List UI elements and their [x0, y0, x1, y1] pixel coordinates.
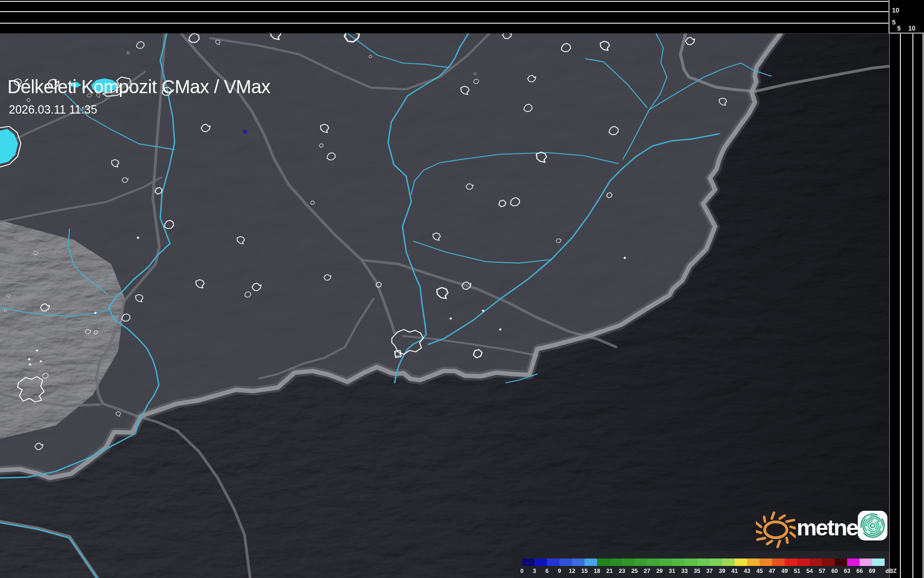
- sun-ray: [772, 513, 774, 519]
- height-gridline-5km: [0, 23, 889, 24]
- dbz-tick-60: 60: [831, 568, 838, 574]
- sun-ray: [786, 538, 787, 543]
- spiral-ring: [867, 520, 878, 531]
- sun-ray: [756, 522, 761, 527]
- dbz-tick-54: 54: [806, 568, 813, 574]
- dbz-segment-21: [610, 559, 622, 566]
- dbz-segment-57: [822, 559, 835, 566]
- settlement-dot: [40, 360, 42, 362]
- dbz-tick-35: 35: [694, 568, 700, 574]
- height-gridline-10km: [0, 11, 889, 12]
- sun-ray: [786, 520, 794, 521]
- dbz-tick-57: 57: [819, 568, 825, 574]
- dbz-tick-0: 0: [521, 568, 524, 574]
- height-gridline-top-edge: [0, 1, 889, 2]
- dbz-tick-31: 31: [669, 568, 675, 574]
- dbz-tick-41: 41: [731, 568, 738, 574]
- map-canvas: [0, 33, 889, 578]
- radar-composite-screen: 10 5 5 10: [0, 0, 924, 578]
- dbz-segment-25: [635, 559, 647, 566]
- dbz-segment-3: [534, 559, 547, 566]
- spiral-ring: [859, 512, 886, 539]
- dbz-tick-69: 69: [869, 568, 875, 574]
- settlement-dot: [624, 257, 626, 259]
- dbz-tick-23: 23: [619, 568, 625, 574]
- settlement-dot: [29, 363, 31, 366]
- dbz-segment-15: [585, 559, 597, 566]
- dbz-tick-37: 37: [706, 568, 713, 574]
- dbz-segment-47: [772, 559, 785, 566]
- sun-ray: [767, 541, 772, 544]
- map-title: Délkeleti Kompozit CMax / VMax: [7, 77, 270, 96]
- dbz-tick-21: 21: [606, 568, 613, 574]
- dbz-tick-45: 45: [756, 568, 763, 574]
- dbz-segment-41: [735, 559, 747, 566]
- corner-frame-line: [890, 32, 924, 34]
- dbz-segment-12: [572, 559, 585, 566]
- dbz-segment-35: [697, 559, 710, 566]
- settlement-dot: [28, 358, 31, 361]
- right-height-profile-panel: [889, 0, 924, 578]
- sun-ray: [758, 538, 765, 540]
- scale-label-right-5: 5: [897, 25, 901, 32]
- scale-label-top-5: 5: [892, 19, 896, 25]
- dbz-tick-25: 25: [631, 568, 638, 574]
- dbz-tick-12: 12: [569, 568, 575, 574]
- top-height-profile-panel: [0, 0, 889, 33]
- terrain: [0, 33, 889, 578]
- sun-ray: [791, 533, 796, 537]
- dbz-segment-45: [760, 559, 772, 566]
- dbz-unit-label: dBZ: [886, 568, 897, 574]
- spiral-icon: [858, 511, 887, 540]
- spiral-center: [871, 524, 875, 528]
- metnet-wordmark: metnet: [797, 514, 864, 541]
- height-gridline-5km-vertical: [900, 33, 901, 578]
- dbz-tick-33: 33: [681, 568, 688, 574]
- dbz-segment-18: [597, 559, 610, 566]
- sun-ray: [764, 517, 765, 521]
- dbz-tick-6: 6: [546, 568, 549, 574]
- dbz-tick-43: 43: [744, 568, 750, 574]
- settlement-dot: [499, 328, 502, 330]
- settlement-dot: [450, 318, 452, 320]
- dbz-segment-51: [797, 559, 810, 566]
- sun-icon: [756, 508, 796, 551]
- dbz-segment-31: [672, 559, 685, 566]
- dbz-tick-27: 27: [644, 568, 650, 574]
- settlement-dot: [482, 310, 484, 312]
- dbz-segment-43: [747, 559, 760, 566]
- dbz-tick-15: 15: [581, 568, 588, 574]
- scale-label-right-10: 10: [908, 25, 916, 32]
- dbz-segment-23: [622, 559, 635, 566]
- sun-ray: [756, 531, 761, 533]
- dbz-segment-49: [785, 559, 797, 566]
- map-timestamp: 2026.03.11 11:35: [9, 103, 97, 116]
- sun-ray: [779, 515, 784, 518]
- dbz-tick-49: 49: [781, 568, 788, 574]
- dbz-segment-27: [647, 559, 660, 566]
- dbz-segment-33: [685, 559, 697, 566]
- dbz-color-segments: [522, 559, 885, 566]
- dbz-tick-3: 3: [533, 568, 536, 574]
- dbz-tick-29: 29: [656, 568, 663, 574]
- dbz-segment-6: [547, 559, 559, 566]
- dbz-tick-47: 47: [769, 568, 775, 574]
- metnet-logo: metnet: [756, 508, 889, 551]
- dbz-colorbar: 0369121518212325272931333537394143454749…: [514, 551, 889, 578]
- sun-ray: [778, 541, 780, 547]
- dbz-tick-39: 39: [719, 568, 725, 574]
- dbz-tick-9: 9: [558, 568, 561, 574]
- dbz-segment-39: [722, 559, 735, 566]
- scale-label-top-10: 10: [892, 7, 899, 13]
- radar-map: Délkeleti Kompozit CMax / VMax 2026.03.1…: [0, 33, 889, 578]
- height-gridline-10km-vertical: [912, 33, 913, 578]
- dbz-segment-54: [810, 559, 822, 566]
- dbz-tick-18: 18: [594, 568, 600, 574]
- dbz-tick-51: 51: [794, 568, 800, 574]
- radar-echo: [243, 130, 247, 133]
- metnet-app-icon: [858, 511, 887, 540]
- dbz-segment-9: [559, 559, 572, 566]
- settlement-dot: [94, 312, 97, 314]
- dbz-segment-69: [872, 559, 885, 566]
- dbz-segment-37: [710, 559, 722, 566]
